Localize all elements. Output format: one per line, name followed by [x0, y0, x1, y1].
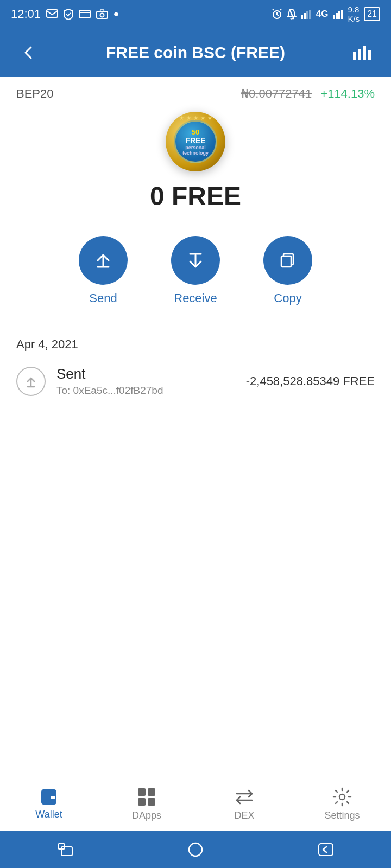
nav-dex[interactable]: DEX [195, 787, 293, 821]
receive-icon [185, 250, 206, 271]
svg-rect-12 [304, 13, 306, 19]
coin-balance: 0 FREE [150, 181, 241, 211]
svg-rect-11 [301, 15, 303, 19]
coin-stars: ★★★★★ [166, 115, 225, 121]
svg-rect-31 [51, 796, 55, 799]
svg-line-10 [289, 9, 294, 19]
copy-action[interactable]: Copy [263, 236, 312, 305]
battery-indicator: 21 [364, 7, 380, 21]
copy-icon [277, 250, 299, 271]
dapps-icon [137, 787, 156, 807]
receive-label: Receive [174, 291, 217, 305]
send-icon [92, 250, 114, 271]
signal2-icon [333, 9, 344, 19]
svg-rect-15 [333, 15, 335, 19]
shield-icon [64, 9, 73, 20]
network-badge: BEP20 [16, 87, 54, 101]
receive-circle[interactable] [171, 236, 220, 285]
signal-icon [301, 9, 312, 19]
tx-type: Sent [56, 366, 235, 382]
svg-rect-20 [358, 49, 361, 60]
svg-rect-16 [336, 13, 338, 19]
wallet-icon [39, 788, 59, 806]
nav-dapps[interactable]: DApps [98, 787, 195, 821]
transaction-date: Apr 4, 2021 [0, 328, 391, 357]
svg-point-4 [100, 14, 104, 17]
nav-wallet[interactable]: Wallet [0, 788, 98, 820]
status-bar: 12:01 • 4G 9.8K/s 21 [0, 0, 391, 28]
svg-rect-42 [319, 844, 333, 856]
price-row: BEP20 ₦0.00772741 +114.13% [0, 77, 391, 101]
nav-settings-label: Settings [324, 810, 360, 821]
camera-icon [96, 9, 108, 19]
svg-rect-0 [47, 10, 58, 17]
send-action[interactable]: Send [79, 236, 128, 305]
svg-rect-40 [61, 847, 72, 856]
svg-rect-35 [148, 798, 155, 806]
status-right: 4G 9.8K/s 21 [272, 5, 380, 23]
time-display: 12:01 [11, 7, 41, 21]
price-change: +114.13% [320, 87, 375, 101]
chart-icon [352, 44, 373, 61]
svg-rect-14 [309, 10, 311, 19]
bottom-navigation: Wallet DApps DEX Settings [0, 777, 391, 831]
svg-line-8 [273, 9, 274, 10]
svg-rect-17 [338, 11, 340, 19]
page-title: FREE coin BSC (FREE) [42, 43, 349, 62]
price-naira: ₦0.00772741 [241, 87, 312, 101]
bell-icon [287, 9, 297, 20]
battery-level: 21 [367, 9, 377, 19]
tx-address: To: 0xEa5c...f02fB27bd [56, 385, 235, 397]
svg-rect-21 [363, 46, 366, 60]
dex-icon [235, 787, 254, 807]
svg-rect-33 [148, 788, 155, 796]
copy-circle[interactable] [263, 236, 312, 285]
send-circle[interactable] [79, 236, 128, 285]
app-header: FREE coin BSC (FREE) [0, 28, 391, 77]
chart-button[interactable] [349, 44, 376, 61]
svg-rect-18 [341, 10, 343, 19]
coin-inner: 50 FREE personaltechnology [174, 120, 217, 163]
table-row[interactable]: Sent To: 0xEa5c...f02fB27bd -2,458,528.8… [0, 357, 391, 405]
recent-apps-button[interactable] [57, 843, 73, 857]
action-buttons: Send Receive Copy [0, 216, 391, 316]
svg-rect-32 [138, 788, 146, 796]
home-button[interactable] [187, 841, 204, 858]
tx-sent-icon [16, 367, 46, 396]
svg-rect-22 [368, 50, 371, 60]
nav-dapps-label: DApps [132, 810, 161, 821]
coin-logo: ★★★★★ 50 FREE personaltechnology [166, 112, 225, 171]
system-nav-bar [0, 831, 391, 868]
back-button[interactable] [15, 45, 42, 60]
arrow-up-icon [23, 374, 39, 389]
tx-details: Sent To: 0xEa5c...f02fB27bd [56, 366, 235, 397]
nav-wallet-label: Wallet [35, 809, 62, 820]
status-left: 12:01 • [11, 5, 119, 23]
svg-line-9 [280, 9, 281, 10]
svg-rect-28 [281, 256, 291, 267]
tx-amount: -2,458,528.85349 FREE [246, 374, 375, 388]
coin-section: ★★★★★ 50 FREE personaltechnology 0 FREE [0, 101, 391, 216]
send-label: Send [89, 291, 117, 305]
nav-settings[interactable]: Settings [293, 787, 391, 821]
tx-divider [0, 411, 391, 411]
svg-rect-1 [79, 10, 90, 18]
copy-label: Copy [274, 291, 301, 305]
svg-rect-13 [306, 11, 308, 19]
section-divider [0, 322, 391, 322]
svg-point-41 [189, 843, 202, 856]
svg-point-38 [339, 794, 345, 800]
settings-icon [332, 787, 352, 807]
svg-rect-19 [353, 52, 356, 60]
nav-dex-label: DEX [234, 810, 254, 821]
back-system-button[interactable] [318, 843, 334, 857]
receive-action[interactable]: Receive [171, 236, 220, 305]
message-icon [46, 9, 58, 19]
card-icon [79, 10, 91, 18]
svg-rect-34 [138, 798, 146, 806]
svg-line-7 [277, 15, 279, 16]
alarm-icon [272, 9, 282, 20]
